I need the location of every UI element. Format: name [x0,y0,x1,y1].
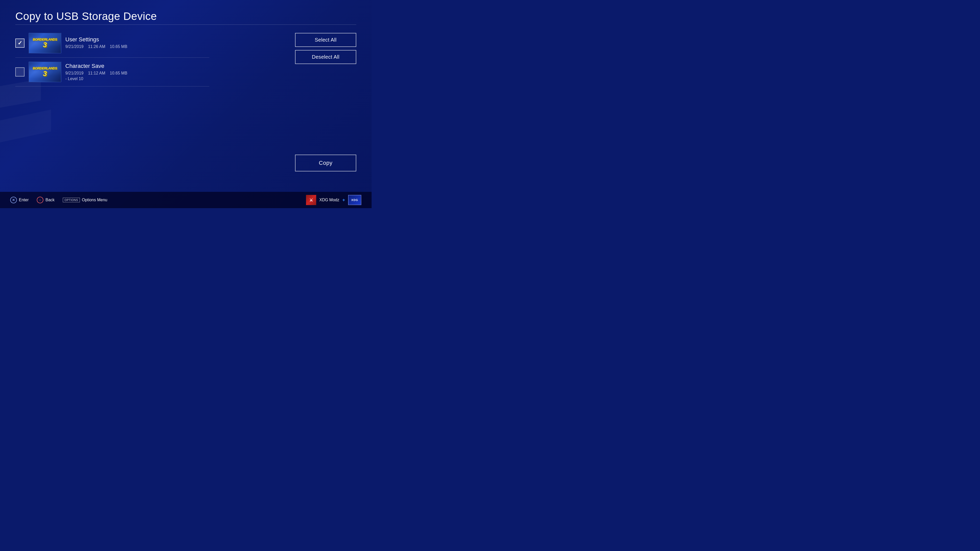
save-meta-user-settings: 9/21/2019 11:26 AM 10.65 MB [65,44,209,49]
save-list: BORDERLANDS 3 User Settings 9/21/2019 11… [15,31,209,86]
game-thumbnail-user-settings: BORDERLANDS 3 [29,33,61,53]
circle-button-icon: ○ [37,197,43,203]
page-title: Copy to USB Storage Device [15,10,356,22]
bottom-bar: ✕ Enter ○ Back OPTIONS Options Menu ⚔ XD… [0,192,372,208]
save-name-user-settings: User Settings [65,36,209,43]
user-avatar: ⚔ [306,195,316,205]
main-page: Copy to USB Storage Device BORDERLANDS 3… [0,0,372,192]
copy-btn-container: Copy [295,155,356,171]
save-name-character-save: Character Save [65,63,209,69]
options-hint: OPTIONS Options Menu [63,198,107,202]
copy-button[interactable]: Copy [295,155,356,171]
save-item-character-save[interactable]: BORDERLANDS 3 Character Save 9/21/2019 1… [15,58,209,86]
select-all-button[interactable]: Select All [295,33,356,47]
save-info-user-settings: User Settings 9/21/2019 11:26 AM 10.65 M… [65,36,209,50]
right-panel: Select All Deselect All [295,31,356,64]
game-thumbnail-character-save: BORDERLANDS 3 [29,62,61,82]
checkbox-user-settings[interactable] [15,38,24,48]
xdg-logo-badge: XDG [348,195,361,205]
bottom-right: ⚔ XDG Modz + XDG [306,195,361,205]
save-item-user-settings[interactable]: BORDERLANDS 3 User Settings 9/21/2019 11… [15,31,209,58]
save-info-character-save: Character Save 9/21/2019 11:12 AM 10.65 … [65,63,209,81]
back-hint: ○ Back [37,197,55,203]
cross-button-icon: ✕ [10,197,17,203]
options-button-icon: OPTIONS [63,198,80,202]
save-detail-character-save: - Level 10 [65,76,209,81]
deselect-all-button[interactable]: Deselect All [295,50,356,64]
checkbox-character-save[interactable] [15,67,24,76]
username: XDG Modz [319,198,339,202]
options-label: Options Menu [82,198,107,202]
save-meta-character-save: 9/21/2019 11:12 AM 10.65 MB [65,71,209,76]
title-divider [15,24,356,25]
enter-label: Enter [19,198,29,202]
enter-hint: ✕ Enter [10,197,29,203]
back-label: Back [45,198,55,202]
ps-plus-icon: + [342,197,345,203]
main-layout: BORDERLANDS 3 User Settings 9/21/2019 11… [15,31,356,86]
